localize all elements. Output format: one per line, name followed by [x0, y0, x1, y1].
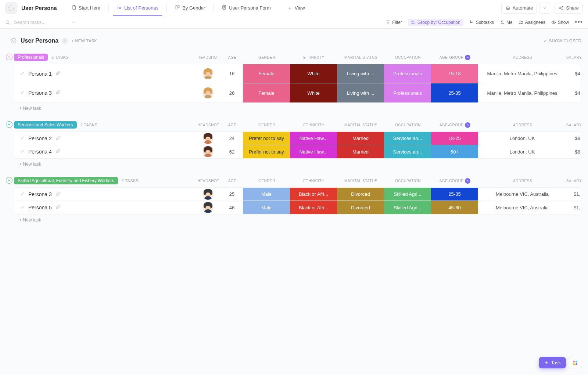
tag-cell[interactable]: 60+	[431, 145, 478, 158]
column-header[interactable]: AGE	[221, 55, 243, 60]
column-header[interactable]: HEADSHOT	[196, 178, 221, 184]
attachment-icon[interactable]	[55, 90, 60, 96]
chevron-down-icon[interactable]	[71, 20, 76, 25]
tag-cell[interactable]: Black or Afri...	[290, 201, 337, 214]
task-name[interactable]: Persona 4	[28, 149, 52, 155]
column-header[interactable]: AGE-GROUP	[431, 122, 478, 128]
headshot[interactable]	[195, 64, 221, 83]
column-header[interactable]: AGE-GROUP	[431, 55, 478, 60]
attachment-icon[interactable]	[55, 205, 60, 210]
group-by-button[interactable]: Group by: Occupation	[408, 19, 463, 26]
headshot[interactable]	[195, 132, 221, 145]
tag-cell[interactable]: Skilled Agri...	[384, 188, 431, 201]
tag-cell[interactable]: Divorced	[337, 188, 384, 201]
column-header[interactable]: GENDER	[243, 55, 290, 60]
tag-cell[interactable]: White	[290, 83, 337, 102]
attachment-icon[interactable]	[55, 136, 60, 141]
view-tab-start-here[interactable]: Start Here	[68, 0, 104, 16]
group-badge[interactable]: Professionals	[14, 54, 48, 61]
headshot[interactable]	[195, 145, 221, 158]
table-row[interactable]: Persona 3 25 MaleBlack or Afri...Divorce…	[14, 188, 581, 201]
tag-cell[interactable]: Native Haw...	[290, 132, 337, 145]
column-header[interactable]: ETHNICITY	[290, 55, 337, 60]
new-task-fab[interactable]: Task	[539, 357, 566, 368]
view-tab-by-gender[interactable]: By Gender	[171, 0, 209, 16]
table-row[interactable]: Persona 1 16 FemaleWhiteLiving with ...P…	[14, 64, 581, 83]
tag-cell[interactable]: Professionals	[384, 83, 431, 102]
table-row[interactable]: Persona 2 24 Prefer not to sayNative Haw…	[14, 132, 581, 145]
group-collapse-icon[interactable]	[6, 177, 12, 184]
column-header[interactable]: SALARY	[567, 178, 581, 184]
sort-asc-icon[interactable]	[465, 55, 470, 60]
headshot[interactable]	[195, 83, 221, 102]
new-task-row[interactable]: + New task	[14, 159, 581, 170]
new-task-link[interactable]: + NEW TASK	[71, 39, 97, 43]
status-check-icon[interactable]	[19, 135, 25, 141]
task-name[interactable]: Persona 2	[28, 136, 52, 141]
status-check-icon[interactable]	[19, 90, 25, 96]
tag-cell[interactable]: Married	[337, 132, 384, 145]
tag-cell[interactable]: Skilled Agri...	[384, 201, 431, 214]
subtasks-button[interactable]: Subtasks	[469, 20, 494, 25]
task-name[interactable]: Persona 3	[28, 90, 52, 96]
tag-cell[interactable]: 45-60	[431, 201, 478, 214]
me-button[interactable]: Me	[500, 20, 513, 25]
view-tab-user-persona-form[interactable]: User Persona Form	[218, 0, 274, 16]
group-collapse-icon[interactable]	[6, 121, 12, 128]
add-view-button[interactable]: View	[284, 0, 309, 16]
column-header[interactable]: SALARY	[567, 55, 581, 60]
tag-cell[interactable]: Black or Afri...	[290, 188, 337, 201]
space-icon[interactable]	[5, 2, 17, 14]
tag-cell[interactable]: Services an...	[384, 145, 431, 158]
view-tab-list-of-personas[interactable]: List of Personas	[113, 0, 162, 16]
column-header[interactable]: MARITAL STATUS	[337, 122, 384, 128]
tag-cell[interactable]: Male	[243, 201, 290, 214]
status-check-icon[interactable]	[19, 149, 25, 155]
tag-cell[interactable]: Living with ...	[337, 83, 384, 102]
info-icon[interactable]: i	[62, 38, 68, 44]
tag-cell[interactable]: 25-35	[431, 188, 478, 201]
show-closed-button[interactable]: SHOW CLOSED	[543, 39, 581, 43]
tag-cell[interactable]: White	[290, 64, 337, 83]
column-header[interactable]: ADDRESS	[478, 122, 567, 128]
sort-asc-icon[interactable]	[465, 122, 470, 128]
more-icon[interactable]: •••	[575, 18, 583, 26]
tag-cell[interactable]: 25-35	[431, 83, 478, 102]
column-header[interactable]: AGE-GROUP	[431, 178, 478, 184]
column-header[interactable]: HEADSHOT	[196, 122, 221, 128]
filter-button[interactable]: Filter	[386, 20, 402, 25]
status-check-icon[interactable]	[19, 71, 25, 77]
tag-cell[interactable]: Living with ...	[337, 64, 384, 83]
status-check-icon[interactable]	[19, 191, 25, 197]
column-header[interactable]: GENDER	[243, 178, 290, 184]
tag-cell[interactable]: Married	[337, 145, 384, 158]
collapse-all-icon[interactable]	[10, 37, 17, 44]
search-box[interactable]	[5, 19, 79, 25]
column-header[interactable]: MARITAL STATUS	[337, 55, 384, 60]
column-header[interactable]: MARITAL STATUS	[337, 178, 384, 184]
group-badge[interactable]: Skilled Agricultural, Forestry and Fishe…	[14, 177, 118, 184]
apps-fab[interactable]	[569, 357, 581, 368]
tag-cell[interactable]: 15-18	[431, 64, 478, 83]
tag-cell[interactable]: Native Haw...	[290, 145, 337, 158]
column-header[interactable]: ADDRESS	[478, 55, 567, 60]
tag-cell[interactable]: Prefer not to say	[243, 145, 290, 158]
tag-cell[interactable]: Services an...	[384, 132, 431, 145]
attachment-icon[interactable]	[55, 71, 60, 77]
table-row[interactable]: Persona 3 26 FemaleWhiteLiving with ...P…	[14, 83, 581, 102]
status-check-icon[interactable]	[19, 205, 25, 211]
column-header[interactable]: GENDER	[243, 122, 290, 128]
tag-cell[interactable]: Female	[243, 83, 290, 102]
column-header[interactable]: OCCUPATION	[384, 178, 431, 184]
tag-cell[interactable]: Professionals	[384, 64, 431, 83]
automate-button[interactable]: Automate	[501, 3, 537, 14]
group-badge[interactable]: Services and Sales Workers	[14, 121, 77, 129]
tag-cell[interactable]: Female	[243, 64, 290, 83]
column-header[interactable]: HEADSHOT	[196, 55, 221, 60]
share-button[interactable]: Share	[555, 3, 583, 14]
table-row[interactable]: Persona 5 46 MaleBlack or Afri...Divorce…	[14, 201, 581, 214]
group-collapse-icon[interactable]	[6, 54, 12, 60]
tag-cell[interactable]: Divorced	[337, 201, 384, 214]
sort-asc-icon[interactable]	[465, 178, 470, 184]
column-header[interactable]: OCCUPATION	[384, 55, 431, 60]
